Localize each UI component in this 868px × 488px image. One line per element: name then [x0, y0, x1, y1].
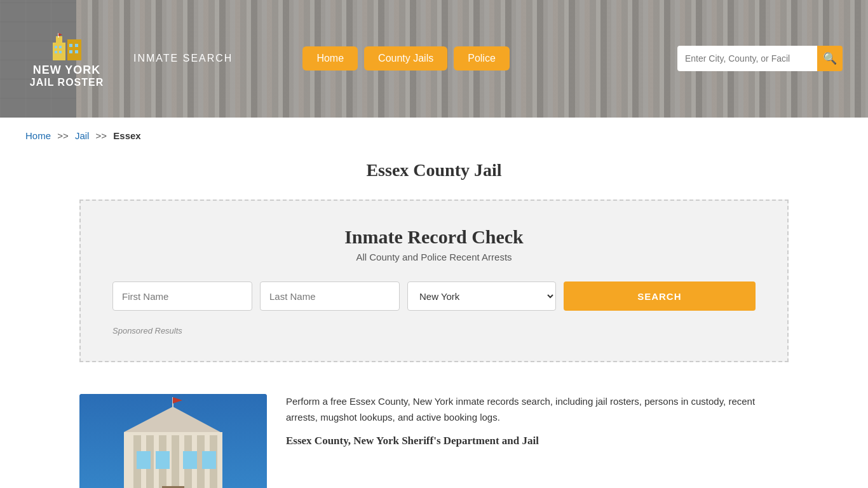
logo-icon [50, 30, 85, 62]
svg-rect-9 [69, 44, 72, 47]
breadcrumb-current: Essex [113, 130, 140, 141]
inmate-record-box: Inmate Record Check All County and Polic… [79, 200, 789, 362]
site-logo[interactable]: NEW YORK JAIL ROSTER [25, 30, 108, 88]
header-search-input[interactable] [677, 46, 817, 71]
content-heading-2: Essex County, New York Sheriff's Departm… [286, 435, 789, 447]
nav-home-button[interactable]: Home [302, 46, 358, 71]
building-illustration [79, 394, 267, 488]
svg-rect-12 [75, 50, 78, 53]
svg-rect-8 [59, 51, 62, 53]
svg-rect-20 [172, 435, 179, 488]
nav-county-jails-button[interactable]: County Jails [364, 46, 447, 71]
svg-rect-25 [137, 451, 151, 469]
content-text-area: Perform a free Essex County, New York in… [286, 394, 789, 452]
breadcrumb-sep1: >> [57, 130, 69, 141]
last-name-input[interactable] [260, 281, 400, 311]
page-title: Essex County Jail [0, 160, 868, 180]
breadcrumb-sep2: >> [96, 130, 107, 141]
first-name-input[interactable] [112, 281, 252, 311]
search-icon: 🔍 [823, 51, 837, 65]
sponsored-results-label: Sponsored Results [112, 326, 756, 336]
header-search-button[interactable]: 🔍 [817, 46, 843, 71]
breadcrumb: Home >> Jail >> Essex [0, 118, 868, 154]
svg-rect-6 [59, 46, 62, 48]
inmate-search-form: New York Alabama Alaska Arizona Arkansas… [112, 281, 756, 311]
site-header: NEW YORK JAIL ROSTER INMATE SEARCH Home … [0, 0, 868, 118]
county-building-image [79, 394, 267, 488]
svg-rect-1 [56, 36, 62, 44]
inmate-search-button[interactable]: SEARCH [564, 281, 756, 311]
main-nav: Home County Jails Police [302, 46, 509, 71]
logo-new-york: NEW YORK [33, 64, 101, 77]
svg-rect-11 [69, 50, 72, 53]
logo-jail-roster: JAIL ROSTER [30, 77, 104, 88]
header-search-area: 🔍 [677, 46, 843, 71]
svg-rect-7 [55, 51, 57, 53]
svg-rect-28 [202, 451, 216, 469]
svg-marker-4 [58, 33, 62, 36]
content-paragraph-1: Perform a free Essex County, New York in… [286, 394, 789, 426]
state-select[interactable]: New York Alabama Alaska Arizona Arkansas… [407, 281, 556, 311]
content-section: Perform a free Essex County, New York in… [0, 381, 868, 488]
inmate-search-label: INMATE SEARCH [133, 53, 233, 64]
svg-rect-27 [183, 451, 197, 469]
inmate-record-heading: Inmate Record Check [112, 226, 756, 248]
breadcrumb-home-link[interactable]: Home [25, 130, 51, 141]
nav-police-button[interactable]: Police [454, 46, 510, 71]
svg-rect-5 [55, 46, 57, 48]
svg-rect-26 [156, 451, 170, 469]
breadcrumb-jail-link[interactable]: Jail [75, 130, 90, 141]
svg-rect-2 [67, 39, 81, 60]
inmate-record-subtitle: All County and Police Recent Arrests [112, 252, 756, 262]
svg-rect-10 [75, 44, 78, 47]
